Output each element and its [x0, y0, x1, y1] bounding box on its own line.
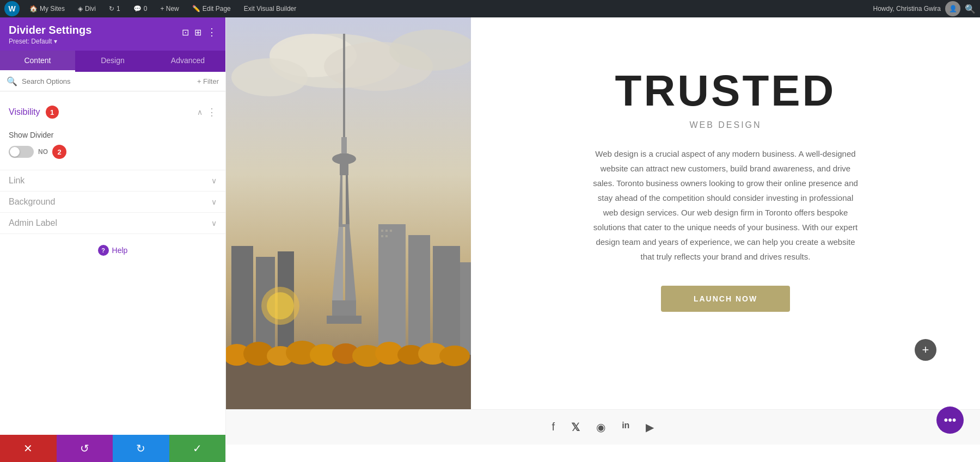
focus-mode-icon[interactable]: ⊡ — [182, 27, 189, 38]
divi-menu[interactable]: ◈ Divi — [75, 0, 99, 17]
search-icon: 🔍 — [7, 76, 17, 87]
hero-image — [226, 17, 471, 409]
visibility-title: Visibility — [9, 107, 40, 117]
admin-bar-right: Howdy, Christina Gwira 👤 🔍 — [873, 1, 976, 16]
panel-title: Divider Settings — [9, 24, 91, 36]
divider-settings-panel: Divider Settings Preset: Default ▾ ⊡ ⊞ ⋮… — [0, 17, 226, 462]
chevron-up-icon[interactable]: ∧ — [197, 108, 203, 116]
show-divider-toggle-wrap: NO — [9, 146, 48, 158]
help-label[interactable]: Help — [112, 246, 128, 255]
cancel-button[interactable]: ✕ — [0, 435, 57, 462]
link-title: Link — [9, 176, 24, 186]
youtube-icon[interactable]: ▶ — [646, 421, 654, 434]
cancel-icon: ✕ — [23, 442, 33, 455]
divi-options-button[interactable]: ••• — [936, 406, 964, 434]
preview-bottom-area: f 𝕏 ◉ in ▶ ••• — [226, 409, 980, 445]
edit-page-label: Edit Page — [203, 5, 231, 13]
tab-design[interactable]: Design — [75, 51, 150, 72]
chevron-down-icon[interactable]: ∨ — [211, 176, 217, 185]
facebook-icon[interactable]: f — [552, 421, 555, 434]
avatar[interactable]: 👤 — [945, 1, 960, 16]
hero-content: TRUSTED WEB DESIGN Web design is a cruci… — [471, 17, 980, 409]
chevron-down-icon-bg[interactable]: ∨ — [211, 198, 217, 206]
admin-label-title: Admin Label — [9, 218, 57, 228]
show-divider-label: Show Divider — [9, 131, 217, 139]
svg-rect-24 — [381, 230, 383, 232]
edit-page-button[interactable]: ✏️ Edit Page — [189, 0, 234, 17]
svg-rect-16 — [327, 316, 362, 324]
more-options-icon[interactable]: ⋮ — [207, 26, 217, 38]
background-section-header[interactable]: Background ∨ — [0, 192, 225, 212]
svg-rect-7 — [341, 137, 347, 153]
svg-rect-12 — [339, 224, 350, 227]
visibility-more-icon[interactable]: ⋮ — [207, 106, 217, 118]
add-element-button[interactable]: + — [915, 339, 936, 361]
svg-rect-28 — [385, 235, 388, 237]
filter-label: + Filter — [197, 77, 219, 85]
panel-preset[interactable]: Preset: Default ▾ — [9, 38, 91, 45]
exit-builder-button[interactable]: Exit Visual Builder — [241, 0, 300, 17]
comment-icon: 💬 — [133, 5, 142, 13]
svg-rect-17 — [231, 246, 253, 355]
admin-label-section-header[interactable]: Admin Label ∨ — [0, 213, 225, 233]
svg-point-4 — [231, 58, 308, 96]
tab-advanced[interactable]: Advanced — [150, 51, 225, 72]
svg-rect-15 — [332, 300, 356, 317]
home-icon: 🏠 — [29, 5, 38, 13]
panel-header: Divider Settings Preset: Default ▾ ⊡ ⊞ ⋮ — [0, 17, 225, 51]
search-icon[interactable]: 🔍 — [965, 4, 976, 14]
visibility-section-header[interactable]: Visibility 1 ∧ ⋮ — [0, 100, 225, 124]
comment-count: 0 — [144, 5, 148, 13]
divi-label: Divi — [85, 5, 96, 13]
visibility-section: Visibility 1 ∧ ⋮ Show Divider — [0, 100, 225, 170]
refresh-icon: ↻ — [109, 5, 114, 13]
link-section-header[interactable]: Link ∨ — [0, 170, 225, 191]
plus-icon: + — [922, 343, 929, 357]
launch-button[interactable]: LAUNCH NOW — [661, 286, 790, 312]
show-divider-toggle[interactable] — [9, 146, 34, 158]
link-section: Link ∨ — [0, 170, 225, 192]
layout-icon[interactable]: ⊞ — [194, 27, 201, 38]
chevron-down-icon-al[interactable]: ∨ — [211, 219, 217, 227]
filter-button[interactable]: + Filter — [197, 77, 219, 85]
dots-icon: ••• — [944, 413, 956, 427]
my-sites-menu[interactable]: 🏠 My Sites — [26, 0, 68, 17]
svg-rect-6 — [343, 34, 345, 143]
svg-rect-23 — [460, 262, 471, 355]
linkedin-icon[interactable]: in — [622, 421, 629, 434]
hero-body: Web design is a crucial aspect of any mo… — [590, 146, 862, 264]
new-post-button[interactable]: + New — [157, 0, 182, 17]
undo-icon: ↺ — [80, 442, 89, 455]
show-divider-section: Show Divider NO 2 — [0, 124, 225, 170]
new-label: + New — [160, 5, 179, 13]
save-button[interactable]: ✓ — [169, 435, 226, 462]
svg-rect-9 — [340, 153, 348, 175]
panel-content: Visibility 1 ∧ ⋮ Show Divider — [0, 91, 225, 435]
save-icon: ✓ — [193, 442, 202, 455]
undo-button[interactable]: ↺ — [57, 435, 113, 462]
twitter-icon[interactable]: 𝕏 — [571, 421, 580, 434]
step-2-badge: 2 — [52, 145, 66, 159]
search-input[interactable] — [22, 77, 193, 85]
visibility-badge: 1 — [46, 106, 59, 119]
speech-bubble-menu[interactable]: 💬 0 — [130, 0, 151, 17]
help-icon[interactable]: ? — [98, 245, 109, 256]
search-bar: 🔍 + Filter — [0, 72, 225, 91]
instagram-icon[interactable]: ◉ — [596, 421, 605, 434]
toggle-knob — [10, 147, 20, 157]
svg-rect-26 — [390, 230, 392, 232]
svg-rect-27 — [381, 235, 383, 237]
tab-content[interactable]: Content — [0, 51, 75, 72]
hero-section: TRUSTED WEB DESIGN Web design is a cruci… — [226, 17, 980, 409]
redo-icon: ↻ — [136, 442, 145, 455]
svg-point-42 — [267, 292, 294, 319]
background-title: Background — [9, 197, 55, 207]
website-preview: TRUSTED WEB DESIGN Web design is a cruci… — [226, 17, 980, 462]
exit-builder-label: Exit Visual Builder — [244, 5, 297, 13]
redo-button[interactable]: ↻ — [113, 435, 169, 462]
social-bar: f 𝕏 ◉ in ▶ — [226, 409, 980, 445]
wordpress-icon[interactable]: W — [4, 1, 20, 16]
comments-count: 1 — [117, 5, 120, 13]
comments-menu[interactable]: ↻ 1 — [106, 0, 124, 17]
edit-icon: ✏️ — [192, 5, 200, 13]
